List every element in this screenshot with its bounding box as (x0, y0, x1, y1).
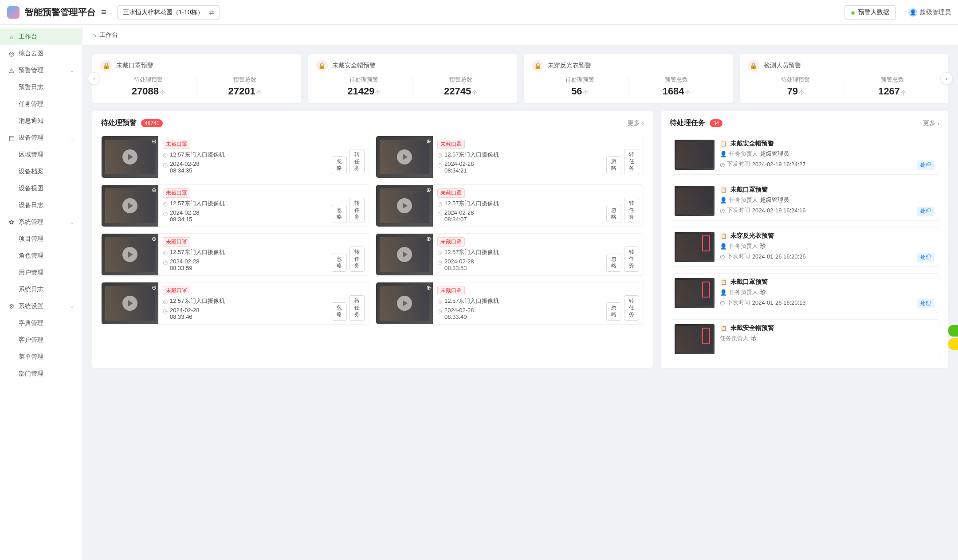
stats-scroll-left[interactable]: ‹ (88, 72, 100, 85)
nav-label: 消息通知 (19, 117, 43, 125)
task-sent-label: 下发时间 (727, 298, 750, 306)
task-sent-label: 下发时间 (727, 160, 750, 168)
task-time: 2024-01-26 16:20:13 (752, 299, 806, 306)
camera-name: 12.57东门入口摄像机 (444, 297, 499, 305)
nav-label: 系统日志 (19, 286, 43, 294)
nav-label: 项目管理 (19, 235, 43, 243)
task-title: 未穿反光衣预警 (730, 232, 774, 240)
process-button[interactable]: 处理 (917, 207, 934, 216)
alert-time: 2024-02-2808:33:59 (170, 258, 200, 271)
task-thumbnail[interactable] (675, 186, 715, 216)
stat-card[interactable]: 🔒 未戴口罩预警 待处理预警 27088个 预警总数 27201个 (92, 54, 301, 103)
alert-thumbnail[interactable]: ⊕ (376, 185, 433, 227)
ignore-button[interactable]: 忽略 (332, 205, 347, 223)
nav-subitem[interactable]: 设备档案 (0, 163, 82, 180)
nav-subitem[interactable]: 消息通知 (0, 113, 82, 129)
stat-pending-label: 待处理预警 (748, 76, 844, 84)
play-icon (122, 247, 137, 262)
app-title: 智能预警管理平台 (25, 6, 96, 18)
task-thumbnail[interactable] (675, 324, 715, 354)
breadcrumb-label: 工作台 (99, 31, 118, 39)
transfer-button[interactable]: 转任务 (349, 295, 365, 321)
nav-item[interactable]: ⌂工作台 (0, 28, 82, 45)
play-icon (397, 198, 412, 213)
alert-thumbnail[interactable]: ⊕ (376, 136, 433, 178)
ignore-button[interactable]: 忽略 (606, 302, 621, 321)
stats-scroll-right[interactable]: › (940, 72, 953, 85)
alert-tag: 未戴口罩 (163, 237, 190, 247)
nav-label: 设备管理 (19, 134, 43, 142)
ignore-button[interactable]: 忽略 (332, 302, 347, 321)
transfer-button[interactable]: 转任务 (349, 149, 365, 174)
alerts-more-link[interactable]: 更多 › (628, 119, 644, 127)
nav-subitem[interactable]: 菜单管理 (0, 349, 82, 365)
nav-item[interactable]: ✿系统管理⌄ (0, 214, 82, 231)
nav-subitem[interactable]: 字典管理 (0, 315, 82, 332)
nav-subitem[interactable]: 设备视图 (0, 180, 82, 197)
play-icon (122, 198, 137, 213)
ignore-button[interactable]: 忽略 (332, 254, 347, 272)
nav-icon: ◎ (8, 50, 15, 57)
home-icon[interactable]: ⌂ (92, 31, 96, 39)
clock-icon: ◷ (163, 210, 168, 217)
transfer-button[interactable]: 转任务 (624, 198, 639, 223)
tasks-more-link[interactable]: 更多 › (923, 119, 939, 127)
stat-card[interactable]: 🔒 未戴安全帽预警 待处理预警 21429个 预警总数 22745个 (308, 54, 517, 103)
nav-subitem[interactable]: 区域管理 (0, 146, 82, 163)
menu-toggle-icon[interactable]: ≡ (101, 7, 106, 17)
nav-subitem[interactable]: 角色管理 (0, 247, 82, 264)
nav-subitem[interactable]: 任务管理 (0, 96, 82, 113)
alert-thumbnail[interactable]: ⊕ (102, 282, 158, 324)
ignore-button[interactable]: 忽略 (606, 254, 621, 272)
nav-subitem[interactable]: 系统日志 (0, 281, 82, 298)
nav-subitem[interactable]: 预警日志 (0, 79, 82, 96)
alert-thumbnail[interactable]: ⊕ (376, 234, 433, 275)
stat-card[interactable]: 🔒 检测人员预警 待处理预警 79个 预警总数 1267个 (740, 54, 949, 103)
transfer-button[interactable]: 转任务 (624, 149, 639, 174)
nav-subitem[interactable]: 部门管理 (0, 365, 82, 382)
user-menu[interactable]: 👤 超级管理员 (908, 8, 951, 17)
nav-label: 预警管理 (19, 67, 43, 74)
alert-thumbnail[interactable]: ⊕ (102, 136, 158, 178)
stat-title: 未戴口罩预警 (116, 62, 153, 70)
ignore-button[interactable]: 忽略 (332, 156, 347, 174)
nav-item[interactable]: ⚠预警管理⌄ (0, 62, 82, 79)
nav-subitem[interactable]: 设备日志 (0, 197, 82, 214)
task-owner-label: 任务负责人 (729, 150, 758, 158)
alert-tag: 未戴口罩 (437, 286, 465, 295)
ignore-button[interactable]: 忽略 (606, 205, 621, 223)
task-type-icon: 📋 (720, 278, 728, 286)
nav-label: 设备档案 (19, 168, 43, 176)
alert-thumbnail[interactable]: ⊕ (102, 185, 158, 227)
nav-label: 任务管理 (19, 100, 43, 108)
stat-card[interactable]: 🔒 未穿反光衣预警 待处理预警 56个 预警总数 1684个 (524, 54, 733, 103)
side-widget-green[interactable] (948, 325, 958, 337)
nav-item[interactable]: ◎综合云图 (0, 45, 82, 62)
side-widget-yellow[interactable] (948, 338, 958, 350)
nav-item[interactable]: ▤设备管理⌄ (0, 129, 82, 146)
transfer-button[interactable]: 转任务 (349, 198, 365, 223)
nav-label: 客户管理 (19, 336, 43, 344)
location-select[interactable]: 三水恒大梓林花园（1-10栋） ⇄ (117, 5, 220, 20)
task-time: 2024-02-19 16:24:16 (752, 207, 806, 214)
chevron-right-icon: › (642, 120, 644, 127)
ignore-button[interactable]: 忽略 (606, 156, 621, 174)
task-thumbnail[interactable] (675, 140, 715, 170)
task-thumbnail[interactable] (675, 232, 715, 262)
stat-total-value: 1267个 (844, 86, 940, 97)
alert-thumbnail[interactable]: ⊕ (102, 234, 158, 275)
process-button[interactable]: 处理 (917, 299, 934, 308)
nav-item[interactable]: ⚙系统设置⌄ (0, 298, 82, 315)
nav-subitem[interactable]: 用户管理 (0, 264, 82, 281)
transfer-button[interactable]: 转任务 (624, 295, 639, 321)
task-thumbnail[interactable] (675, 278, 715, 308)
nav-subitem[interactable]: 项目管理 (0, 231, 82, 247)
bigdata-button[interactable]: ◈ 预警大数据 (844, 5, 896, 20)
transfer-button[interactable]: 转任务 (349, 247, 365, 272)
process-button[interactable]: 处理 (917, 253, 934, 262)
stat-total-value: 22745个 (412, 86, 509, 97)
transfer-button[interactable]: 转任务 (624, 247, 639, 272)
nav-subitem[interactable]: 客户管理 (0, 332, 82, 349)
process-button[interactable]: 处理 (917, 161, 934, 170)
alert-thumbnail[interactable]: ⊕ (376, 282, 433, 324)
